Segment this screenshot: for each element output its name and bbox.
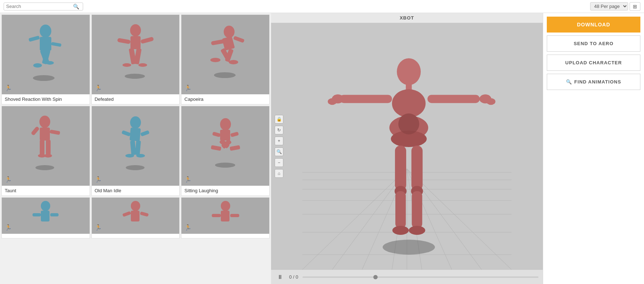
svg-point-36 <box>130 116 141 129</box>
svg-rect-10 <box>130 36 141 49</box>
viewport-title: XBOT <box>271 13 543 23</box>
card-title: Shoved Reaction With Spin <box>2 94 90 104</box>
figure-svg <box>204 20 247 89</box>
animation-card[interactable]: 🏃 <box>181 197 270 238</box>
grid-floor <box>271 23 543 270</box>
animation-card[interactable]: 🏃 Old Man Idle <box>91 106 180 196</box>
run-icon: 🏃 <box>95 224 102 231</box>
svg-point-98 <box>392 226 409 235</box>
svg-point-25 <box>229 60 238 64</box>
svg-rect-92 <box>428 95 480 103</box>
card-preview: 🏃 <box>2 198 90 234</box>
card-preview: 🏃 <box>92 198 180 234</box>
svg-point-34 <box>44 154 52 158</box>
svg-point-18 <box>224 26 235 38</box>
animation-panel[interactable]: 🏃 Shoved Reaction With Spin <box>0 13 271 284</box>
svg-point-0 <box>40 25 51 38</box>
card-title <box>181 234 269 238</box>
card-preview: 🏃 <box>92 106 180 186</box>
figure-svg <box>27 199 64 232</box>
svg-rect-60 <box>122 211 131 217</box>
animation-card[interactable]: 🏃 Sitting Laughing <box>181 106 270 196</box>
figure-svg <box>114 20 157 89</box>
viewport-panel: XBOT <box>271 13 543 284</box>
card-preview: 🏃 <box>181 15 269 94</box>
search-input[interactable] <box>6 4 73 9</box>
figure-svg <box>117 199 154 232</box>
run-icon: 🏃 <box>95 85 102 91</box>
search-icon[interactable]: 🔍 <box>73 4 79 9</box>
run-icon: 🏃 <box>5 224 12 231</box>
card-title <box>92 234 180 238</box>
svg-rect-31 <box>40 140 44 155</box>
svg-rect-99 <box>411 146 422 190</box>
svg-rect-38 <box>121 130 131 137</box>
animation-card[interactable]: 🏃 Capoeira <box>181 14 270 104</box>
animation-card[interactable]: 🏃 <box>91 197 180 238</box>
viewport-controls: 🔒 ↻ + 🔍 − ⌂ <box>275 115 283 178</box>
svg-rect-39 <box>140 130 150 137</box>
svg-point-102 <box>409 226 425 235</box>
card-title: Defeated <box>92 94 180 104</box>
card-title: Old Man Idle <box>92 186 180 195</box>
svg-rect-52 <box>229 145 240 151</box>
card-preview: 🏃 <box>181 106 269 186</box>
svg-rect-1 <box>40 37 51 51</box>
progress-thumb[interactable] <box>373 275 378 279</box>
run-icon: 🏃 <box>5 85 12 91</box>
find-animations-button[interactable]: 🔍 FIND ANIMATIONS <box>547 74 640 90</box>
svg-rect-61 <box>140 211 149 217</box>
upload-character-button[interactable]: UPLOAD CHARACTER <box>547 55 640 71</box>
progress-bar[interactable] <box>302 276 538 278</box>
animation-card[interactable]: 🏃 <box>1 197 90 238</box>
svg-point-84 <box>397 58 421 85</box>
search-icon-btn: 🔍 <box>566 79 572 85</box>
svg-rect-3 <box>51 42 61 47</box>
card-preview: 🏃 <box>2 15 90 94</box>
svg-rect-57 <box>50 213 59 216</box>
card-title: Capoeira <box>181 94 269 104</box>
svg-rect-63 <box>221 211 229 221</box>
svg-rect-29 <box>31 126 40 136</box>
svg-rect-64 <box>212 214 221 217</box>
svg-point-15 <box>123 63 131 67</box>
card-title: Sitting Laughing <box>181 186 269 195</box>
svg-rect-65 <box>230 214 239 217</box>
animation-card[interactable]: 🏃 Shoved Reaction With Spin <box>1 14 90 104</box>
figure-svg <box>207 199 244 232</box>
run-icon: 🏃 <box>95 176 102 183</box>
animation-card[interactable]: 🏃 Taunt <box>1 106 90 196</box>
svg-rect-37 <box>129 128 141 141</box>
zoom-out-control-button[interactable]: − <box>275 158 283 167</box>
add-control-button[interactable]: + <box>275 137 283 145</box>
pause-button[interactable]: ⏸ <box>275 272 285 282</box>
svg-point-58 <box>131 201 140 211</box>
svg-point-8 <box>33 75 55 81</box>
card-preview: 🏃 <box>2 106 90 186</box>
svg-rect-2 <box>29 35 40 42</box>
run-icon: 🏃 <box>184 224 192 231</box>
grid-view-button[interactable]: ⊞ <box>630 2 640 11</box>
svg-rect-11 <box>117 38 130 44</box>
home-control-button[interactable]: ⌂ <box>275 169 283 178</box>
download-button[interactable]: DOWNLOAD <box>547 17 640 33</box>
svg-rect-28 <box>40 128 50 141</box>
per-page-select[interactable]: 24 Per page 48 Per page 96 Per page <box>590 2 628 10</box>
svg-point-7 <box>46 61 54 65</box>
figure-svg <box>24 112 67 180</box>
svg-point-42 <box>125 154 134 158</box>
svg-point-16 <box>138 63 147 67</box>
card-title: Taunt <box>2 186 90 195</box>
viewport-3d[interactable]: 🔒 ↻ + 🔍 − ⌂ <box>271 23 543 270</box>
send-to-aero-button[interactable]: SEND TO AERO <box>547 35 640 52</box>
svg-point-94 <box>486 98 495 105</box>
zoom-in-control-button[interactable]: 🔍 <box>275 147 283 156</box>
svg-point-91 <box>328 98 337 105</box>
svg-point-43 <box>136 154 145 158</box>
rotate-control-button[interactable]: ↻ <box>275 126 283 134</box>
animation-card[interactable]: 🏃 Defeated <box>91 14 180 104</box>
svg-rect-32 <box>46 140 51 155</box>
svg-point-62 <box>221 201 230 211</box>
time-display: 0 / 0 <box>289 274 298 280</box>
lock-control-button[interactable]: 🔒 <box>275 115 283 124</box>
